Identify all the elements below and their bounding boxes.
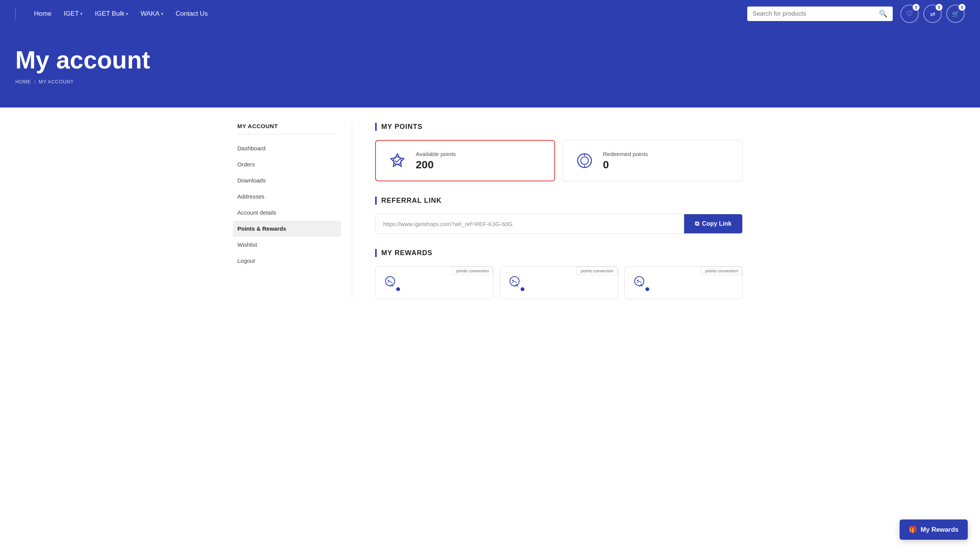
nav-item-iget[interactable]: IGET ▾ — [64, 10, 83, 18]
svg-point-2 — [581, 157, 588, 164]
nav-item-contact[interactable]: Contact Us — [176, 10, 208, 18]
referral-section: REFERRAL LINK ⧉ Copy Link — [375, 197, 743, 234]
sidebar-menu: Dashboard Orders Downloads Addresses Acc… — [237, 140, 336, 269]
waka-chevron-icon: ▾ — [161, 11, 163, 16]
referral-input-row: ⧉ Copy Link — [375, 214, 743, 234]
content-area: MY POINTS Available points 200 — [352, 123, 743, 299]
sidebar-title: MY ACCOUNT — [237, 123, 336, 134]
reward-icon-3 — [631, 273, 651, 293]
reward-tag-3: points conversion — [701, 267, 742, 275]
available-points-icon — [387, 150, 408, 171]
header: Home IGET ▾ IGET Bulk ▾ WAKA ▾ Contact U… — [0, 0, 980, 28]
breadcrumb: HOME / MY ACCOUNT — [15, 79, 965, 85]
page-title: My account — [15, 46, 965, 74]
available-points-card: Available points 200 — [375, 140, 555, 181]
cart-badge: 0 — [959, 4, 965, 11]
copy-link-button[interactable]: ⧉ Copy Link — [684, 214, 742, 233]
reward-card-2: points conversion — [500, 266, 618, 299]
reward-icon-2 — [506, 273, 526, 293]
header-icons: ♡ 0 ⇄ 0 🛒 0 — [900, 5, 965, 23]
points-section-title: MY POINTS — [375, 123, 743, 131]
redeemed-points-label: Redeemed points — [603, 151, 648, 157]
nav-item-home[interactable]: Home — [34, 10, 51, 18]
wishlist-badge: 0 — [913, 4, 920, 11]
breadcrumb-current: MY ACCOUNT — [39, 79, 74, 85]
sidebar: MY ACCOUNT Dashboard Orders Downloads Ad… — [237, 123, 352, 299]
search-bar: 🔍 — [747, 7, 893, 21]
redeemed-points-card: Redeemed points 0 — [563, 140, 743, 181]
main-content: MY ACCOUNT Dashboard Orders Downloads Ad… — [222, 107, 758, 314]
wishlist-icon: ♡ — [906, 9, 913, 18]
nav-item-iget-bulk[interactable]: IGET Bulk ▾ — [95, 10, 128, 18]
reward-tag-2: points conversion — [577, 267, 618, 275]
wishlist-button[interactable]: ♡ 0 — [900, 5, 919, 23]
reward-card-3: points conversion — [624, 266, 743, 299]
points-section: MY POINTS Available points 200 — [375, 123, 743, 181]
redeemed-points-value: 0 — [603, 159, 648, 171]
svg-point-9 — [635, 277, 644, 286]
nav-divider — [15, 8, 16, 19]
main-nav: Home IGET ▾ IGET Bulk ▾ WAKA ▾ Contact U… — [15, 8, 747, 19]
reward-icon-1 — [382, 273, 402, 293]
cart-button[interactable]: 🛒 0 — [946, 5, 965, 23]
rewards-grid: points conversion points conversion — [375, 266, 743, 299]
sidebar-item-orders[interactable]: Orders — [237, 156, 336, 173]
redeemed-points-icon — [574, 150, 595, 171]
reward-dot-3 — [645, 287, 650, 292]
svg-point-10 — [637, 280, 639, 281]
reward-dot-2 — [520, 287, 525, 292]
sidebar-item-points-rewards[interactable]: Points & Rewards — [233, 221, 341, 237]
iget-bulk-chevron-icon: ▾ — [126, 11, 128, 16]
compare-icon: ⇄ — [930, 10, 935, 18]
breadcrumb-separator: / — [34, 79, 36, 85]
available-points-value: 200 — [416, 159, 456, 171]
reward-dot-1 — [395, 287, 401, 292]
cart-icon: 🛒 — [952, 10, 959, 18]
rewards-section-title: MY REWARDS — [375, 249, 743, 257]
sidebar-item-wishlist[interactable]: Wishlist — [237, 237, 336, 253]
rewards-section: MY REWARDS points conversion — [375, 249, 743, 299]
points-grid: Available points 200 — [375, 140, 743, 181]
hero-section: My account HOME / MY ACCOUNT — [0, 28, 980, 107]
sidebar-item-account-details[interactable]: Account details — [237, 205, 336, 221]
nav-item-waka[interactable]: WAKA ▾ — [140, 10, 163, 18]
svg-point-6 — [388, 280, 389, 281]
sidebar-item-dashboard[interactable]: Dashboard — [237, 140, 336, 156]
svg-point-7 — [510, 277, 519, 286]
copy-icon: ⧉ — [695, 220, 699, 227]
available-points-info: Available points 200 — [416, 151, 456, 171]
reward-card-1: points conversion — [375, 266, 493, 299]
compare-button[interactable]: ⇄ 0 — [923, 5, 942, 23]
svg-point-5 — [385, 277, 395, 286]
breadcrumb-home[interactable]: HOME — [15, 79, 31, 85]
compare-badge: 0 — [936, 4, 942, 11]
search-button[interactable]: 🔍 — [879, 10, 887, 18]
available-points-label: Available points — [416, 151, 456, 157]
sidebar-item-addresses[interactable]: Addresses — [237, 189, 336, 205]
iget-chevron-icon: ▾ — [80, 11, 83, 16]
referral-url-input[interactable] — [376, 215, 684, 233]
redeemed-points-info: Redeemed points 0 — [603, 151, 648, 171]
svg-point-8 — [512, 280, 514, 281]
copy-link-label: Copy Link — [702, 220, 732, 227]
sidebar-item-logout[interactable]: Logout — [237, 253, 336, 269]
reward-tag-1: points conversion — [452, 267, 493, 275]
search-input[interactable] — [753, 10, 875, 17]
sidebar-item-downloads[interactable]: Downloads — [237, 173, 336, 189]
referral-section-title: REFERRAL LINK — [375, 197, 743, 205]
